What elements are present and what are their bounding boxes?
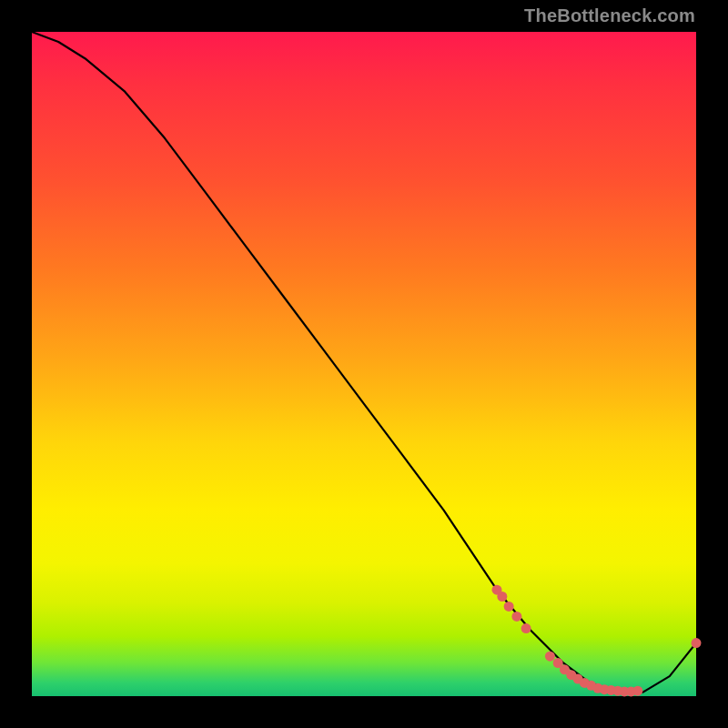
chart-container: TheBottleneck.com bbox=[0, 0, 728, 728]
watermark-text: TheBottleneck.com bbox=[524, 5, 695, 26]
bottleneck-curve bbox=[32, 32, 696, 693]
data-point bbox=[511, 612, 521, 622]
data-point bbox=[632, 686, 642, 696]
data-point bbox=[497, 592, 507, 602]
data-point bbox=[545, 652, 555, 662]
data-points bbox=[492, 585, 702, 697]
data-point bbox=[521, 623, 531, 633]
chart-overlay bbox=[32, 32, 696, 696]
data-point bbox=[692, 638, 702, 648]
data-point bbox=[504, 602, 514, 612]
